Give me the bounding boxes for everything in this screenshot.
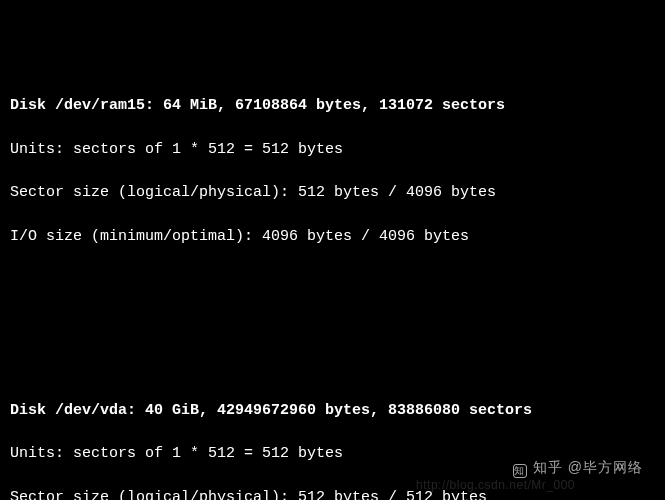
disk-ram15-sector-size: Sector size (logical/physical): 512 byte… bbox=[10, 182, 655, 204]
blank-line bbox=[10, 291, 655, 313]
disk-vda-header: Disk /dev/vda: 40 GiB, 42949672960 bytes… bbox=[10, 400, 655, 422]
watermark-csdn: http://blog.csdn.net/Mr_000 bbox=[416, 477, 575, 494]
watermark-zhihu: 知知乎 @毕方网络 bbox=[513, 457, 643, 478]
blank-line bbox=[10, 334, 655, 356]
disk-ram15-header: Disk /dev/ram15: 64 MiB, 67108864 bytes,… bbox=[10, 95, 655, 117]
disk-ram15-units: Units: sectors of 1 * 512 = 512 bytes bbox=[10, 139, 655, 161]
disk-ram15-io-size: I/O size (minimum/optimal): 4096 bytes /… bbox=[10, 226, 655, 248]
